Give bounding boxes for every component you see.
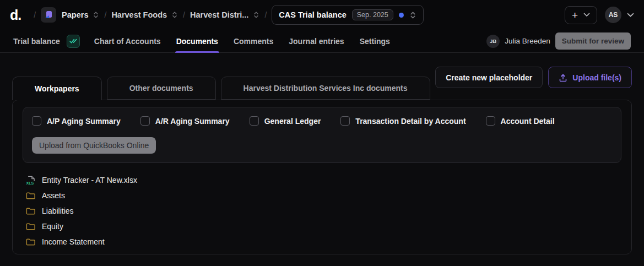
upload-files-label: Upload file(s) <box>572 73 621 82</box>
chevron-updown-icon <box>171 11 178 19</box>
chevron-updown-icon <box>253 11 259 19</box>
breadcrumb-separator: / <box>34 10 36 19</box>
tab-comments[interactable]: Comments <box>226 30 281 52</box>
folder-icon <box>25 237 36 247</box>
chevron-down-icon <box>583 13 590 17</box>
option-ar-aging-summary[interactable]: A/R Aging Summary <box>140 116 230 126</box>
breadcrumb-separator: / <box>264 10 267 19</box>
checkbox[interactable] <box>32 116 41 126</box>
checkbox[interactable] <box>340 116 350 126</box>
tab-chart-of-accounts[interactable]: Chart of Accounts <box>86 30 169 52</box>
submit-for-review-button[interactable]: Submit for review <box>555 32 631 50</box>
svg-text:XLS: XLS <box>26 181 34 186</box>
reviewer-avatar[interactable]: JB <box>486 35 500 48</box>
folder-name: Equity <box>42 222 63 231</box>
breadcrumb-separator: / <box>183 10 185 19</box>
option-general-ledger[interactable]: General Ledger <box>250 116 321 126</box>
tab-trial-balance[interactable]: Trial balance <box>13 30 68 52</box>
file-list: XLS Entity Tracker - AT New.xlsx Assets … <box>23 172 621 249</box>
checkbox[interactable] <box>140 116 150 126</box>
create-new-placeholder-button[interactable]: Create new placeholder <box>435 67 543 88</box>
documents-page: Workpapers Other documents Harvest Distr… <box>0 67 644 254</box>
folder-icon <box>25 191 36 201</box>
user-avatar[interactable]: AS <box>605 7 621 23</box>
trial-balance-status-badge[interactable] <box>67 35 80 48</box>
folder-item[interactable]: Liabilities <box>23 203 621 219</box>
option-label: Account Detail <box>501 117 555 126</box>
chevron-updown-icon <box>409 11 416 19</box>
documents-actions: Create new placeholder Upload file(s) <box>435 67 632 88</box>
option-account-detail[interactable]: Account Detail <box>486 116 555 126</box>
option-label: General Ledger <box>264 117 321 126</box>
plus-icon: + <box>572 10 578 20</box>
workpaper-selector[interactable]: CAS Trial balance Sep. 2025 <box>272 5 424 25</box>
folder-name: Assets <box>42 191 65 200</box>
folder-name: Income Statement <box>42 237 105 246</box>
folder-name: Liabilities <box>42 207 74 215</box>
option-ap-aging-summary[interactable]: A/P Aging Summary <box>32 116 121 126</box>
upload-from-quickbooks-button[interactable]: Upload from QuickBooks Online <box>32 137 156 154</box>
checkbox[interactable] <box>486 116 495 126</box>
breadcrumb-papers[interactable]: Papers <box>62 10 99 19</box>
breadcrumb-papers-label: Papers <box>62 10 88 19</box>
folder-icon <box>25 206 36 216</box>
xlsx-file-icon: XLS <box>25 175 36 186</box>
option-label: A/P Aging Summary <box>47 117 121 126</box>
option-transaction-detail[interactable]: Transaction Detail by Account <box>340 116 466 126</box>
app-logo[interactable]: d. <box>10 7 21 23</box>
folder-item[interactable]: Income Statement <box>23 234 621 249</box>
breadcrumb-client[interactable]: Harvest Foods <box>111 10 178 19</box>
doc-tab-other-documents[interactable]: Other documents <box>107 77 216 100</box>
breadcrumb-entity[interactable]: Harvest Distri... <box>190 10 259 19</box>
quickbooks-report-options: A/P Aging Summary A/R Aging Summary Gene… <box>32 116 612 126</box>
workpapers-panel: A/P Aging Summary A/R Aging Summary Gene… <box>12 100 632 254</box>
file-item[interactable]: XLS Entity Tracker - AT New.xlsx <box>23 172 621 188</box>
documents-header: Workpapers Other documents Harvest Distr… <box>12 67 632 100</box>
option-label: A/R Aging Summary <box>155 117 230 126</box>
account-menu-chevron-icon[interactable] <box>627 13 634 18</box>
folder-item[interactable]: Equity <box>23 219 621 234</box>
documents-tabs: Workpapers Other documents Harvest Distr… <box>12 77 430 100</box>
upload-icon <box>559 73 567 82</box>
option-label: Transaction Detail by Account <box>355 117 466 126</box>
doc-tab-entity-documents[interactable]: Harvest Distribution Services Inc docume… <box>221 77 430 100</box>
create-new-button[interactable]: + <box>565 6 597 24</box>
breadcrumb-separator: / <box>104 10 106 19</box>
topbar-right: + AS <box>565 6 634 24</box>
chevron-updown-icon <box>93 11 99 19</box>
top-bar: d. / Papers / Harvest Foods / Harvest Di… <box>0 0 644 30</box>
workspace-logo-glyph <box>44 10 53 19</box>
checkbox[interactable] <box>250 116 259 126</box>
doc-tab-workpapers[interactable]: Workpapers <box>12 77 102 100</box>
quickbooks-import-card: A/P Aging Summary A/R Aging Summary Gene… <box>23 107 621 163</box>
file-name: Entity Tracker - AT New.xlsx <box>42 176 137 184</box>
period-badge: Sep. 2025 <box>352 9 393 20</box>
nav-right: JB Julia Breeden Submit for review <box>486 30 631 52</box>
upload-files-button[interactable]: Upload file(s) <box>548 67 632 88</box>
tab-settings[interactable]: Settings <box>352 30 398 52</box>
status-dot <box>399 13 404 18</box>
tab-journal-entries[interactable]: Journal entries <box>281 30 351 52</box>
workpaper-nav: Trial balance Chart of Accounts Document… <box>0 30 644 53</box>
workspace-logo-icon[interactable] <box>41 7 56 23</box>
folder-icon <box>25 221 36 232</box>
double-check-icon <box>69 38 77 44</box>
breadcrumb-entity-label: Harvest Distri... <box>190 10 248 19</box>
reviewer-name: Julia Breeden <box>505 37 550 45</box>
workpaper-title: CAS Trial balance <box>279 10 347 19</box>
breadcrumb-client-label: Harvest Foods <box>111 10 167 19</box>
tab-documents[interactable]: Documents <box>169 30 226 52</box>
folder-item[interactable]: Assets <box>23 188 621 203</box>
